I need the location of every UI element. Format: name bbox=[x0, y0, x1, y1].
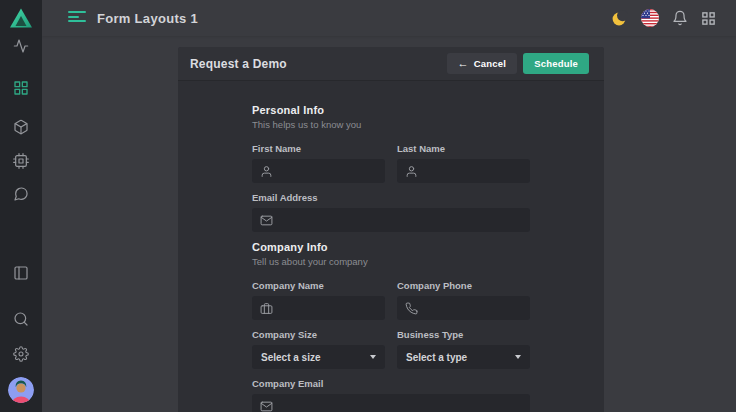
company-size-select[interactable]: Select a size bbox=[252, 345, 385, 369]
user-icon bbox=[260, 165, 273, 178]
chevron-down-icon bbox=[370, 355, 376, 359]
avatar-illustration bbox=[8, 377, 34, 403]
activity-icon bbox=[13, 38, 29, 54]
us-flag-icon bbox=[641, 9, 659, 27]
first-name-label: First Name bbox=[252, 143, 385, 154]
business-type-selected-value: Select a type bbox=[406, 352, 467, 363]
company-size-selected-value: Select a size bbox=[261, 352, 320, 363]
chat-bubble-icon bbox=[13, 186, 29, 202]
triangle-logo-icon bbox=[8, 5, 34, 31]
company-phone-input-wrap bbox=[397, 296, 530, 320]
last-name-label: Last Name bbox=[397, 143, 530, 154]
company-phone-label: Company Phone bbox=[397, 280, 530, 291]
settings-gear-icon bbox=[13, 346, 29, 362]
company-phone-field: Company Phone bbox=[397, 280, 530, 320]
mail-icon bbox=[260, 214, 273, 227]
company-email-label: Company Email bbox=[252, 378, 530, 389]
request-demo-card: Request a Demo ← Cancel Schedule bbox=[178, 47, 604, 412]
company-size-label: Company Size bbox=[252, 329, 385, 340]
layout-icon bbox=[13, 265, 29, 281]
apps-menu-button[interactable] bbox=[701, 11, 716, 26]
section-heading-personal: Personal Info bbox=[252, 104, 530, 116]
personal-info-section: Personal Info This helps us to know you … bbox=[252, 104, 530, 232]
moon-icon bbox=[611, 10, 628, 27]
topbar-actions bbox=[611, 9, 716, 27]
briefcase-icon bbox=[260, 302, 273, 315]
company-size-field: Company Size Select a size bbox=[252, 329, 385, 369]
company-name-input-wrap bbox=[252, 296, 385, 320]
cpu-icon bbox=[13, 153, 29, 169]
sidebar-item-layout[interactable] bbox=[13, 265, 29, 281]
cancel-button-label: Cancel bbox=[474, 58, 506, 69]
search-icon bbox=[13, 311, 29, 327]
schedule-button[interactable]: Schedule bbox=[523, 53, 589, 74]
company-email-input[interactable] bbox=[279, 401, 522, 412]
first-name-field: First Name bbox=[252, 143, 385, 183]
grid-icon bbox=[13, 80, 29, 96]
card-header: Request a Demo ← Cancel Schedule bbox=[178, 47, 604, 81]
company-phone-input[interactable] bbox=[424, 303, 522, 314]
business-type-field: Business Type Select a type bbox=[397, 329, 530, 369]
business-type-label: Business Type bbox=[397, 329, 530, 340]
last-name-input-wrap bbox=[397, 159, 530, 183]
company-email-input-wrap bbox=[252, 394, 530, 412]
schedule-button-label: Schedule bbox=[534, 58, 578, 69]
card-header-actions: ← Cancel Schedule bbox=[447, 53, 589, 74]
box-icon bbox=[13, 119, 29, 135]
first-name-input-wrap bbox=[252, 159, 385, 183]
sidebar-item-search[interactable] bbox=[13, 311, 29, 327]
sidebar-item-messages[interactable] bbox=[13, 186, 29, 202]
section-subheading-personal: This helps us to know you bbox=[252, 119, 530, 130]
email-address-field: Email Address bbox=[252, 192, 530, 232]
section-heading-company: Company Info bbox=[252, 241, 530, 253]
theme-toggle-button[interactable] bbox=[611, 10, 628, 27]
sidebar-item-forms-active[interactable] bbox=[13, 80, 29, 96]
card-body: Personal Info This helps us to know you … bbox=[178, 81, 604, 412]
app-root: Form Layouts 1 bbox=[0, 0, 736, 412]
company-name-input[interactable] bbox=[279, 303, 377, 314]
card-title: Request a Demo bbox=[190, 57, 287, 71]
content-area: Request a Demo ← Cancel Schedule bbox=[42, 36, 736, 412]
user-icon bbox=[405, 165, 418, 178]
sidebar-item-components[interactable] bbox=[13, 119, 29, 135]
company-info-section: Company Info Tell us about your company … bbox=[252, 241, 530, 412]
company-name-field: Company Name bbox=[252, 280, 385, 320]
last-name-input[interactable] bbox=[424, 166, 522, 177]
sidebar-item-activity[interactable] bbox=[13, 38, 29, 54]
phone-icon bbox=[405, 302, 418, 315]
apps-grid-icon bbox=[701, 11, 716, 26]
mail-icon bbox=[260, 400, 273, 412]
sidebar bbox=[0, 0, 42, 412]
app-logo[interactable] bbox=[8, 5, 34, 31]
email-address-label: Email Address bbox=[252, 192, 530, 203]
left-arrow-icon: ← bbox=[458, 58, 469, 69]
user-avatar[interactable] bbox=[8, 377, 34, 403]
cancel-button[interactable]: ← Cancel bbox=[447, 53, 518, 74]
page-title: Form Layouts 1 bbox=[97, 11, 198, 26]
email-address-input-wrap bbox=[252, 208, 530, 232]
last-name-field: Last Name bbox=[397, 143, 530, 183]
menu-icon bbox=[68, 11, 86, 13]
menu-toggle-button[interactable] bbox=[68, 11, 86, 25]
chevron-down-icon bbox=[515, 355, 521, 359]
language-flag-button[interactable] bbox=[641, 9, 659, 27]
topbar: Form Layouts 1 bbox=[42, 0, 736, 36]
company-email-field: Company Email bbox=[252, 378, 530, 412]
sidebar-item-settings[interactable] bbox=[13, 346, 29, 362]
company-name-label: Company Name bbox=[252, 280, 385, 291]
first-name-input[interactable] bbox=[279, 166, 377, 177]
sidebar-item-system[interactable] bbox=[13, 153, 29, 169]
email-address-input[interactable] bbox=[279, 215, 522, 226]
notifications-button[interactable] bbox=[672, 10, 688, 26]
business-type-select[interactable]: Select a type bbox=[397, 345, 530, 369]
bell-icon bbox=[672, 10, 688, 26]
main-area: Form Layouts 1 bbox=[42, 0, 736, 412]
section-subheading-company: Tell us about your company bbox=[252, 256, 530, 267]
